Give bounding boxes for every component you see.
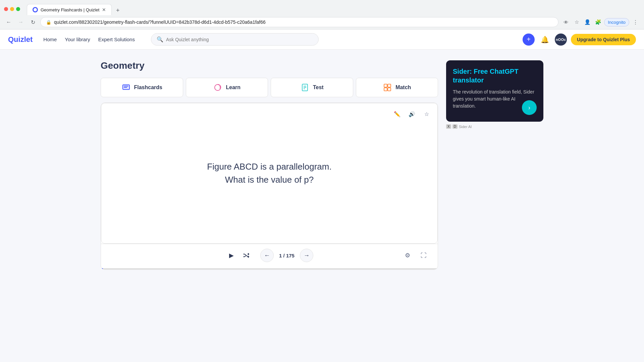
right-controls: ⚙ ⛶ xyxy=(401,249,430,261)
nav-links: Home Your library Expert Solutions xyxy=(43,37,135,42)
svg-rect-12 xyxy=(384,88,387,91)
new-tab-btn[interactable]: + xyxy=(113,6,122,15)
match-icon xyxy=(383,83,392,92)
extensions-btn[interactable]: 🧩 xyxy=(593,17,603,27)
svg-rect-3 xyxy=(124,86,128,86)
shuffle-btn[interactable] xyxy=(240,249,252,261)
ad-label: X D Sider AI xyxy=(446,124,543,129)
next-card-btn[interactable]: → xyxy=(300,249,313,262)
flashcard-line2: What is the value of p? xyxy=(207,173,331,186)
active-tab[interactable]: Geometry Flashcards | Quizlet ✕ xyxy=(27,4,112,15)
profile-btn[interactable]: 👤 xyxy=(583,17,592,27)
play-btn[interactable]: ▶ xyxy=(225,249,237,261)
quizlet-logo[interactable]: Quizlet xyxy=(8,35,33,44)
card-counter: 1 / 175 xyxy=(279,253,294,258)
browser-toolbar: ← → ↻ 🔒 quizlet.com/882302021/geometry-f… xyxy=(0,15,644,29)
forward-btn[interactable]: → xyxy=(16,17,25,27)
fullscreen-btn[interactable]: ⛶ xyxy=(418,249,430,261)
toolbar-actions: 👁 ☆ 👤 🧩 Incognito ⋮ xyxy=(561,17,640,27)
svg-rect-13 xyxy=(388,88,391,91)
search-bar[interactable]: 🔍 xyxy=(151,33,319,46)
prev-card-btn[interactable]: ← xyxy=(260,249,274,262)
audio-btn[interactable]: 🔊 xyxy=(407,109,417,119)
ad-card: Sider: Free ChatGPT translator The revol… xyxy=(446,60,543,122)
svg-rect-4 xyxy=(124,87,127,88)
flashcard-settings-btn[interactable]: ⚙ xyxy=(401,249,414,261)
bookmark-btn[interactable]: ☆ xyxy=(572,17,581,27)
header-actions: + 🔔 nOOc Upgrade to Quizlet Plus xyxy=(523,34,636,46)
maximize-window-btn[interactable] xyxy=(16,7,20,11)
search-icon: 🔍 xyxy=(157,36,163,43)
window-controls xyxy=(4,7,20,11)
browser-chrome: Geometry Flashcards | Quizlet ✕ + ← → ↻ … xyxy=(0,0,644,29)
back-btn[interactable]: ← xyxy=(4,17,13,27)
tab-flashcards[interactable]: Flashcards xyxy=(101,78,183,97)
ad-d-btn[interactable]: D xyxy=(452,124,458,129)
mode-tabs: Flashcards Learn Test Match xyxy=(101,78,438,97)
avatar-text: nOOc xyxy=(556,38,566,42)
flashcard-wrapper: ✏️ 🔊 ☆ Figure ABCD is a parallelogram. W… xyxy=(101,103,438,270)
test-icon xyxy=(300,83,310,92)
progress-bar-container xyxy=(101,268,438,269)
lock-icon: 🔒 xyxy=(46,20,51,25)
flashcard[interactable]: ✏️ 🔊 ☆ Figure ABCD is a parallelogram. W… xyxy=(101,103,438,244)
ad-cta-btn[interactable]: › xyxy=(522,100,537,115)
favicon xyxy=(33,7,38,12)
flashcard-line1: Figure ABCD is a parallelogram. xyxy=(207,160,331,173)
flashcards-label: Flashcards xyxy=(134,84,162,90)
tab-test[interactable]: Test xyxy=(271,78,353,97)
app-header: Quizlet Home Your library Expert Solutio… xyxy=(0,29,644,50)
page-title: Geometry xyxy=(101,60,438,71)
tab-learn[interactable]: Learn xyxy=(186,78,268,97)
reload-btn[interactable]: ↻ xyxy=(28,17,38,27)
svg-point-0 xyxy=(34,8,37,11)
learn-label: Learn xyxy=(226,84,240,90)
upgrade-btn[interactable]: Upgrade to Quizlet Plus xyxy=(571,34,636,45)
ad-title: Sider: Free ChatGPT translator xyxy=(453,67,537,84)
tab-title: Geometry Flashcards | Quizlet xyxy=(41,7,99,12)
star-btn[interactable]: ☆ xyxy=(421,109,432,119)
nav-expert-solutions[interactable]: Expert Solutions xyxy=(98,37,135,42)
progress-bar-fill xyxy=(101,268,103,269)
browser-titlebar: Geometry Flashcards | Quizlet ✕ + xyxy=(0,0,644,15)
match-label: Match xyxy=(395,84,411,90)
flashcard-controls-bar: ▶ ← 1 / 175 → ⚙ ⛶ xyxy=(101,244,438,267)
url-text: quizlet.com/882302021/geometry-flash-car… xyxy=(54,19,266,25)
close-window-btn[interactable] xyxy=(4,7,8,11)
more-btn[interactable]: ⋮ xyxy=(631,17,640,27)
nav-home[interactable]: Home xyxy=(43,37,57,42)
address-bar[interactable]: 🔒 quizlet.com/882302021/geometry-flash-c… xyxy=(40,17,558,27)
minimize-window-btn[interactable] xyxy=(10,7,14,11)
flashcard-text: Figure ABCD is a parallelogram. What is … xyxy=(207,160,331,186)
ad-x-btn[interactable]: X xyxy=(446,124,451,129)
ad-source: Sider AI xyxy=(459,125,472,129)
test-label: Test xyxy=(313,84,324,90)
flashcard-actions: ✏️ 🔊 ☆ xyxy=(392,109,432,119)
main-content: Geometry Flashcards Learn Test xyxy=(101,60,438,270)
edit-btn[interactable]: ✏️ xyxy=(392,109,402,119)
notifications-btn[interactable]: 🔔 xyxy=(539,34,551,46)
flashcards-icon xyxy=(121,83,131,92)
svg-rect-11 xyxy=(388,84,391,87)
svg-rect-10 xyxy=(384,84,387,87)
learn-icon xyxy=(213,83,222,92)
tab-bar: Geometry Flashcards | Quizlet ✕ + xyxy=(23,3,126,15)
avatar[interactable]: nOOc xyxy=(555,34,567,46)
tab-close-btn[interactable]: ✕ xyxy=(102,7,106,12)
tab-match[interactable]: Match xyxy=(356,78,438,97)
search-input[interactable] xyxy=(166,37,313,42)
page-content: Geometry Flashcards Learn Test xyxy=(87,50,557,281)
ad-panel: Sider: Free ChatGPT translator The revol… xyxy=(446,60,543,270)
nav-your-library[interactable]: Your library xyxy=(65,37,90,42)
add-btn[interactable]: + xyxy=(523,34,535,46)
incognito-label: Incognito xyxy=(604,18,629,26)
eye-slash-icon[interactable]: 👁 xyxy=(561,17,571,27)
